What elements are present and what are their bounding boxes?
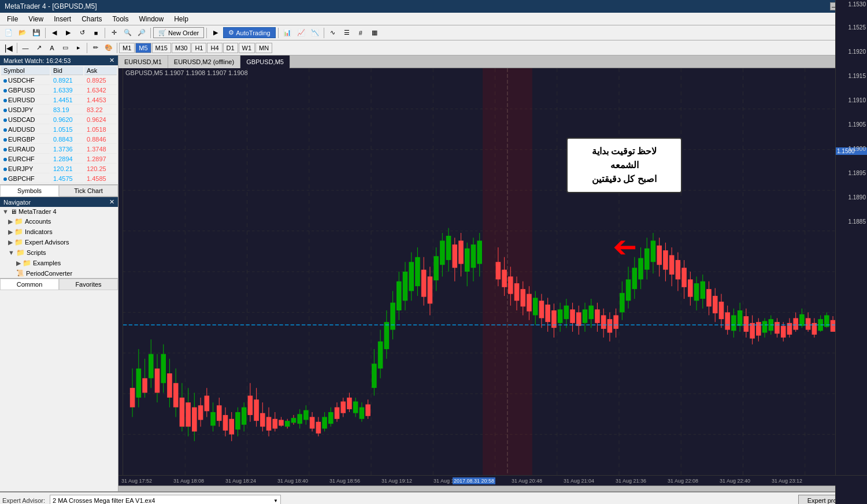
ea-dropdown[interactable]: 2 MA Crosses Mega filter EA V1.ex4 ▼	[50, 495, 281, 504]
menu-charts[interactable]: Charts	[77, 14, 106, 24]
menu-window[interactable]: Window	[135, 14, 169, 24]
market-row[interactable]: USDCAD 0.9620 0.9624	[1, 116, 117, 124]
svg-rect-89	[297, 414, 302, 424]
market-row[interactable]: EURCHF 1.2894 1.2897	[1, 155, 117, 164]
row-ask: 120.25	[84, 165, 117, 173]
templates-btn[interactable]: ☰	[340, 27, 353, 39]
sep2	[105, 28, 105, 38]
market-row[interactable]: EURAUD 1.3736 1.3748	[1, 145, 117, 154]
tab-common[interactable]: Common	[0, 279, 59, 290]
time-13: 31 Aug 23:12	[772, 478, 802, 484]
tf-m5[interactable]: M5	[135, 43, 151, 53]
draw-mode[interactable]: ✏	[89, 42, 102, 54]
col-bid: Bid	[51, 66, 83, 75]
svg-rect-176	[613, 315, 618, 328]
row-symbol: USDCHF	[1, 76, 50, 85]
symbol-dot	[3, 118, 7, 122]
tab-symbols[interactable]: Symbols	[0, 185, 59, 197]
svg-rect-208	[688, 279, 693, 297]
menu-view[interactable]: View	[24, 14, 48, 24]
svg-rect-52	[192, 407, 197, 432]
nav-metatrader4[interactable]: ▼ 🖥 MetaTrader 4	[0, 207, 118, 216]
new-chart-btn[interactable]: 📄	[2, 27, 15, 39]
market-row[interactable]: GBPUSD 1.6339 1.6342	[1, 86, 117, 95]
market-row[interactable]: GBPCHF 1.4575 1.4585	[1, 175, 117, 183]
nav-period-converter[interactable]: 📜 PeriodConverter	[0, 268, 118, 278]
market-row[interactable]: EURGBP 0.8843 0.8846	[1, 135, 117, 144]
svg-rect-240	[762, 321, 768, 332]
forward-btn[interactable]: ▶	[62, 27, 75, 39]
svg-rect-42	[130, 388, 135, 407]
crosshair-btn[interactable]: ✛	[108, 27, 120, 39]
market-row[interactable]: EURJPY 120.21 120.25	[1, 165, 117, 173]
nav-scripts[interactable]: ▼ 📁 Scripts	[0, 247, 118, 258]
line-tool[interactable]: —	[19, 42, 32, 54]
market-watch-close[interactable]: ✕	[109, 57, 114, 64]
chart-scrollbar[interactable]	[118, 486, 867, 491]
grid-btn[interactable]: #	[354, 27, 367, 39]
back-btn[interactable]: ◀	[48, 27, 61, 39]
candles-area[interactable]: GBPUSD,M5 1.1907 1.1908 1.1907 1.1908	[123, 68, 867, 475]
menu-tools[interactable]: Tools	[108, 14, 134, 24]
row-symbol: USDCAD	[1, 116, 50, 124]
nav-period-converter-label: PeriodConverter	[26, 270, 72, 277]
zoom-in-btn[interactable]: 🔍	[121, 27, 134, 39]
save-btn[interactable]: 💾	[30, 27, 43, 39]
tab-favorites[interactable]: Favorites	[59, 279, 118, 290]
chart-tab-eurusd-m2[interactable]: EURUSD,M2 (offline)	[168, 55, 240, 68]
expert-btn[interactable]: ▶	[209, 27, 222, 39]
tf-m30[interactable]: M30	[172, 43, 191, 53]
nav-indicators[interactable]: ▶ 📁 Indicators	[0, 227, 118, 237]
tf-d1[interactable]: D1	[223, 43, 238, 53]
accounts-folder-icon: 📁	[14, 217, 23, 225]
svg-rect-47	[161, 354, 166, 383]
tf-w1[interactable]: W1	[239, 43, 255, 53]
tab-tick-chart[interactable]: Tick Chart	[59, 185, 118, 197]
chart-tab-gbpusd-m5[interactable]: GBPUSD,M5	[240, 55, 290, 68]
symbol-dot	[3, 148, 7, 151]
back-step-btn[interactable]: |◀	[2, 42, 15, 54]
new-order-btn[interactable]: 🛒 New Order	[153, 27, 204, 38]
market-row[interactable]: AUDUSD 1.0515 1.0518	[1, 125, 117, 134]
stop-btn[interactable]: ■	[90, 27, 102, 39]
market-row[interactable]: USDJPY 83.19 83.22	[1, 106, 117, 114]
menu-file[interactable]: File	[2, 14, 23, 24]
row-symbol: EURJPY	[1, 165, 50, 173]
zoom-out-btn[interactable]: 🔎	[135, 27, 148, 39]
row-symbol: GBPCHF	[1, 175, 50, 183]
market-row[interactable]: USDCHF 0.8921 0.8925	[1, 76, 117, 85]
navigator-close[interactable]: ✕	[109, 198, 114, 206]
text-tool[interactable]: A	[46, 42, 58, 54]
row-bid: 1.6339	[51, 86, 83, 95]
candle-btn[interactable]: 📈	[295, 27, 307, 39]
arrow-tool[interactable]: ↗	[32, 42, 45, 54]
menu-help[interactable]: Help	[169, 14, 193, 24]
sep1	[45, 28, 46, 38]
volume-btn[interactable]: ▦	[368, 27, 381, 39]
refresh-btn[interactable]: ↺	[76, 27, 88, 39]
bar-chart-btn[interactable]: 📊	[281, 27, 294, 39]
chart-tab-eurusd-m1[interactable]: EURUSD,M1	[118, 55, 168, 68]
svg-rect-96	[340, 402, 346, 413]
menu-insert[interactable]: Insert	[49, 14, 76, 24]
tf-h4[interactable]: H4	[207, 43, 222, 53]
price-1885: 1.1885	[848, 218, 866, 225]
line-btn[interactable]: 📉	[309, 27, 321, 39]
indicators-btn[interactable]: ∿	[327, 27, 339, 39]
tf-m15[interactable]: M15	[152, 43, 171, 53]
more-tools[interactable]: ▸	[72, 42, 85, 54]
svg-rect-167	[558, 309, 563, 323]
color-tool[interactable]: 🎨	[102, 42, 115, 54]
tf-m1[interactable]: M1	[119, 43, 135, 53]
tf-mn[interactable]: MN	[255, 43, 272, 53]
nav-examples[interactable]: ▶ 📁 Examples	[0, 258, 118, 268]
nav-accounts[interactable]: ▶ 📁 Accounts	[0, 216, 118, 227]
time-9: 31 Aug 21:04	[564, 478, 594, 484]
rect-tool[interactable]: ▭	[59, 42, 72, 54]
autotrading-btn[interactable]: ⚙ AutoTrading	[223, 27, 276, 38]
open-btn[interactable]: 📂	[16, 27, 29, 39]
svg-rect-48	[167, 373, 172, 398]
market-row[interactable]: EURUSD 1.4451 1.4453	[1, 96, 117, 105]
nav-expert-advisors[interactable]: ▶ 📁 Expert Advisors	[0, 237, 118, 247]
tf-h1[interactable]: H1	[191, 43, 206, 53]
